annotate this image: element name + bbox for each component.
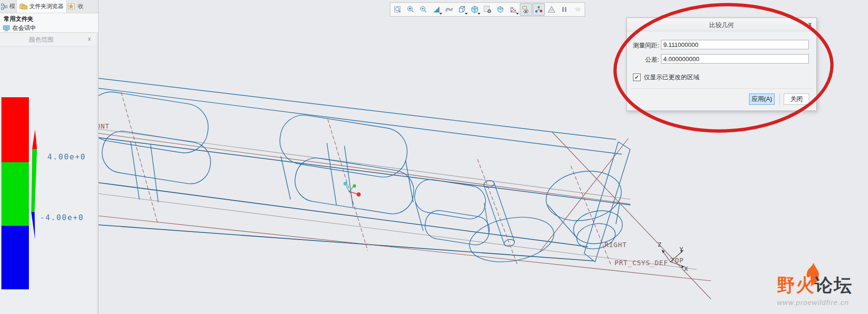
- watermark-brand: 野火论坛: [777, 273, 853, 297]
- watermark-brand-orange: 野火: [777, 275, 815, 295]
- stop-icon[interactable]: [571, 3, 583, 16]
- show-changed-regions-checkbox[interactable]: ✓: [633, 74, 641, 81]
- datum-display-icon[interactable]: [507, 3, 519, 16]
- view-toolbar: [390, 2, 585, 17]
- tab-folder-browser-label: 文件夹浏览器: [29, 2, 63, 10]
- favorites-icon: [68, 3, 76, 9]
- show-changed-regions-label: 仅显示已更改的区域: [644, 73, 699, 82]
- navigator-tabstrip: 模 文件夹浏览器 收: [0, 0, 98, 13]
- color-scale-min-label: -4.00e+0: [40, 213, 84, 222]
- tab-model-tree-label: 模: [9, 2, 15, 10]
- tab-favorites[interactable]: 收: [67, 0, 84, 13]
- top-datum-label: TOP: [670, 257, 684, 264]
- dropdown-arrow-icon: [478, 13, 480, 15]
- watermark-brand-dark: 论坛: [815, 275, 853, 295]
- button-divider: [779, 93, 780, 105]
- axis-x-label: X: [684, 265, 688, 272]
- dragger-icon[interactable]: [545, 3, 558, 16]
- refit-icon[interactable]: [430, 3, 443, 16]
- tolerance-label: 公差:: [645, 55, 659, 64]
- right-datum-label: RIGHT: [605, 241, 627, 249]
- in-session-icon: [3, 25, 10, 31]
- dialog-separator: [631, 88, 813, 89]
- pause-icon[interactable]: [558, 3, 570, 16]
- image-capture-icon[interactable]: [481, 3, 494, 16]
- zoom-in-icon[interactable]: [405, 3, 417, 16]
- watermark-url: www.proewildfire.cn: [777, 298, 853, 306]
- common-folders-header: 常用文件夹: [4, 15, 34, 23]
- display-style-icon[interactable]: [469, 3, 481, 16]
- watermark: 野火论坛 www.proewildfire.cn: [777, 273, 853, 306]
- dialog-close-icon[interactable]: x: [808, 20, 812, 28]
- close-button[interactable]: 关闭: [784, 93, 809, 105]
- view-cube-icon[interactable]: [494, 3, 506, 16]
- dialog-title: 比较几何: [627, 21, 816, 29]
- dropdown-arrow-icon: [516, 13, 519, 15]
- tolerance-row: 公差:: [627, 54, 816, 65]
- axis-y-label: Y: [679, 246, 683, 253]
- tolerance-input[interactable]: [661, 54, 809, 64]
- zoom-region-icon[interactable]: [392, 3, 404, 16]
- spin-center-icon[interactable]: [533, 3, 545, 16]
- csys-label: PRT_CSYS_DEF: [615, 259, 668, 267]
- measure-spacing-input[interactable]: [661, 40, 809, 49]
- apply-button[interactable]: 应用(A): [749, 93, 775, 105]
- repaint-icon[interactable]: [443, 3, 455, 16]
- axis-z-label: Z: [658, 241, 661, 248]
- annotation-display-icon[interactable]: [520, 3, 532, 16]
- color-scale-max-label: 4.00e+0: [47, 152, 86, 161]
- dialog-titlebar[interactable]: 比较几何 x: [627, 18, 816, 31]
- folder-browser-icon: [19, 3, 27, 9]
- zoom-out-icon[interactable]: [417, 3, 430, 16]
- in-session-label: 在会话中: [12, 24, 36, 32]
- color-scale-histogram: [0, 33, 97, 314]
- folder-pane: 常用文件夹 在会话中: [0, 13, 98, 32]
- color-range-panel: 颜色范围 x 4.00e+0 -4.00e+0: [0, 32, 97, 314]
- tab-favorites-label: 收: [78, 2, 83, 10]
- compare-geometry-dialog: 比较几何 x 测量间距: 公差: ✓ 仅显示已更改的区域 应用(A) 关闭: [626, 18, 817, 111]
- measure-spacing-label: 测量间距:: [633, 41, 659, 50]
- navigator-sidebar: 模 文件夹浏览器 收 常用文件夹: [0, 0, 99, 314]
- tab-folder-browser[interactable]: 文件夹浏览器: [16, 0, 67, 13]
- dropdown-arrow-icon: [439, 13, 442, 15]
- saved-views-icon[interactable]: [456, 3, 468, 16]
- dropdown-arrow-icon: [465, 13, 468, 15]
- measure-spacing-row: 测量间距:: [627, 40, 816, 50]
- tab-model-tree[interactable]: 模: [0, 0, 16, 13]
- show-changed-regions-row: ✓ 仅显示已更改的区域: [633, 73, 699, 82]
- in-session-item[interactable]: 在会话中: [3, 24, 93, 32]
- model-tree-icon: [1, 3, 8, 10]
